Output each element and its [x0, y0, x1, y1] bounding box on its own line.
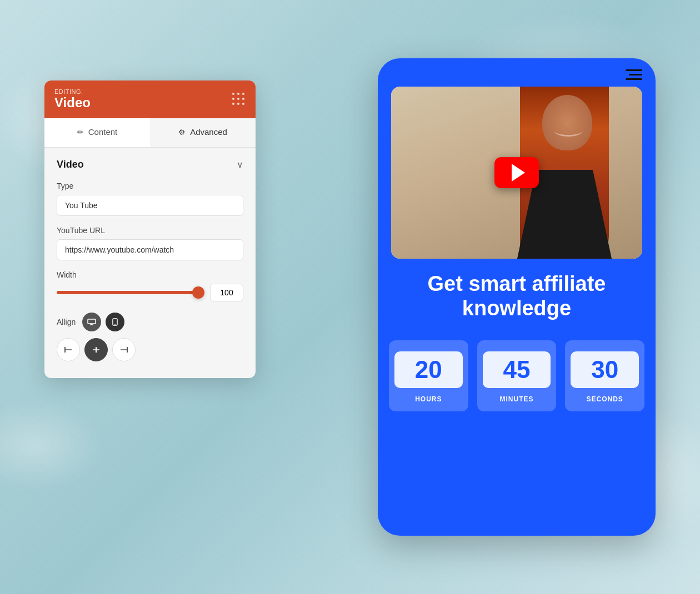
align-left-button[interactable] — [57, 338, 80, 361]
chevron-down-icon[interactable]: ∨ — [237, 159, 243, 170]
section-header: Video ∨ — [57, 159, 243, 170]
editor-panel: EDITING: Video ✏ Content ⚙ Advanced — [44, 80, 256, 378]
panel-header-left: EDITING: Video — [54, 88, 91, 110]
url-input[interactable] — [57, 239, 243, 260]
content-tab-label: Content — [88, 127, 118, 137]
drag-handle-icon[interactable] — [232, 93, 246, 106]
content-tab-icon: ✏ — [77, 128, 84, 137]
panel-title: Video — [54, 95, 91, 110]
svg-point-4 — [114, 324, 116, 325]
countdown-hours: 20 HOURS — [389, 340, 468, 411]
align-right-button[interactable] — [112, 338, 136, 361]
mobile-device-button[interactable] — [106, 313, 124, 331]
video-thumbnail[interactable] — [391, 87, 642, 259]
countdown-seconds: 30 SECONDS — [565, 340, 644, 411]
url-label: YouTube URL — [57, 226, 243, 235]
phone-headline-container: Get smart affiliate knowledge — [378, 259, 656, 331]
svg-rect-0 — [88, 319, 96, 324]
type-label: Type — [57, 182, 243, 190]
tab-content[interactable]: ✏ Content — [44, 118, 150, 147]
align-section: Allign — [57, 313, 243, 361]
main-scene: Get smart affiliate knowledge 20 HOURS 4… — [44, 47, 656, 547]
align-controls — [57, 338, 243, 361]
countdown-minutes: 45 MINUTES — [477, 340, 557, 411]
phone-mockup: Get smart affiliate knowledge 20 HOURS 4… — [378, 58, 656, 536]
width-field-group: Width — [57, 270, 243, 301]
hours-number: 20 — [394, 351, 463, 388]
tab-advanced[interactable]: ⚙ Advanced — [150, 118, 256, 147]
section-title: Video — [57, 159, 84, 170]
width-value-input[interactable] — [210, 284, 243, 301]
width-label: Width — [57, 270, 243, 279]
play-triangle-icon — [512, 164, 525, 182]
seconds-number: 30 — [571, 351, 639, 388]
slider-thumb[interactable] — [192, 286, 204, 299]
hamburger-menu-icon[interactable] — [626, 69, 642, 80]
align-label-row: Allign — [57, 313, 243, 331]
phone-headline: Get smart affiliate knowledge — [394, 272, 639, 320]
width-slider[interactable] — [57, 291, 203, 294]
editing-label: EDITING: — [54, 88, 91, 95]
width-slider-row — [57, 284, 243, 301]
advanced-tab-icon: ⚙ — [178, 128, 186, 137]
url-field-group: YouTube URL — [57, 226, 243, 260]
hours-label: HOURS — [415, 395, 442, 403]
minutes-number: 45 — [483, 351, 551, 388]
advanced-tab-label: Advanced — [190, 127, 227, 137]
countdown-section: 20 HOURS 45 MINUTES 30 SECONDS — [378, 331, 656, 425]
align-label: Allign — [57, 318, 76, 326]
panel-header: EDITING: Video — [44, 80, 256, 118]
align-device-buttons — [82, 313, 124, 331]
seconds-label: SECONDS — [587, 395, 623, 403]
minutes-label: MINUTES — [500, 395, 534, 403]
type-field-group: Type — [57, 182, 243, 216]
desktop-device-button[interactable] — [82, 313, 101, 331]
type-input[interactable] — [57, 195, 243, 216]
panel-tabs: ✏ Content ⚙ Advanced — [44, 118, 256, 148]
phone-header — [378, 58, 656, 87]
panel-content: Video ∨ Type YouTube URL Width — [44, 148, 256, 378]
align-center-button[interactable] — [84, 338, 108, 361]
play-button[interactable] — [494, 157, 539, 188]
